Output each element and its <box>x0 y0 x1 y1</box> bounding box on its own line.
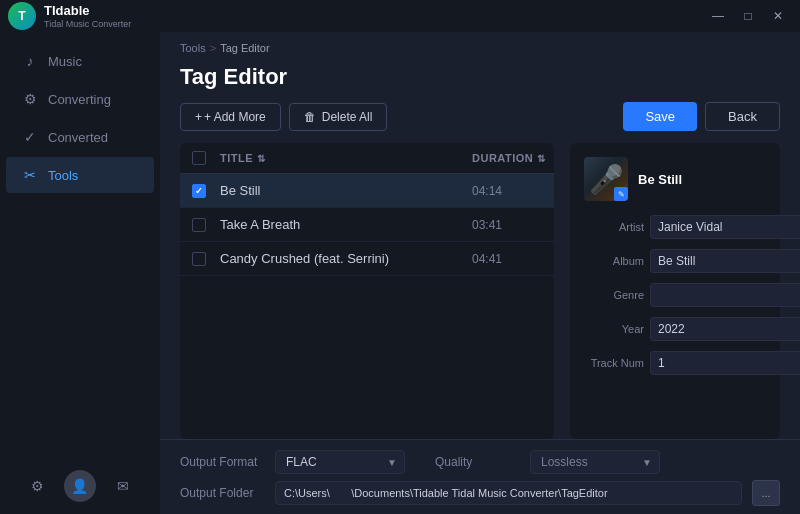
tag-field-genre: Genre <box>584 283 766 307</box>
album-art[interactable]: 🎤 ✎ <box>584 157 628 201</box>
output-folder-row: Output Folder ... <box>180 480 780 506</box>
app-name: TIdable <box>44 3 131 19</box>
avatar-button[interactable]: 👤 <box>64 470 96 502</box>
tag-editor-panel: 🎤 ✎ Be Still Artist Album Genre <box>570 143 780 439</box>
year-input[interactable] <box>650 317 800 341</box>
output-folder-input[interactable] <box>275 481 742 505</box>
track-duration: 04:14 <box>472 184 542 198</box>
header-title: TITLE ⇅ <box>220 152 472 164</box>
tag-field-tracknum: Track Num <box>584 351 766 375</box>
tracknum-input[interactable] <box>650 351 800 375</box>
track-duration: 04:41 <box>472 252 542 266</box>
title-bar: T TIdable Tidal Music Converter — □ ✕ <box>0 0 800 32</box>
year-label: Year <box>584 323 644 335</box>
converting-icon: ⚙ <box>22 91 38 107</box>
header-checkbox[interactable] <box>192 151 220 165</box>
music-icon: ♪ <box>22 53 38 69</box>
sidebar-item-converted[interactable]: ✓ Converted <box>6 119 154 155</box>
genre-label: Genre <box>584 289 644 301</box>
toolbar-right: Save Back <box>623 102 780 131</box>
sidebar-label-converted: Converted <box>48 130 108 145</box>
genre-input[interactable] <box>650 283 800 307</box>
quality-select[interactable]: Lossless HiFi Normal <box>530 450 660 474</box>
title-bar-controls: — □ ✕ <box>704 4 792 28</box>
selected-track-title: Be Still <box>638 172 682 187</box>
artist-label: Artist <box>584 221 644 233</box>
main-layout: ♪ Music ⚙ Converting ✓ Converted ✂ Tools… <box>0 32 800 514</box>
track-rows-container: Be Still04:14Take A Breath03:41Candy Cru… <box>180 174 554 276</box>
track-list-header: TITLE ⇅ DURATION ⇅ <box>180 143 554 174</box>
page-title: Tag Editor <box>180 64 780 90</box>
format-quality-row: Output Format FLAC MP3 AAC WAV ▼ Quality… <box>180 450 780 474</box>
track-row[interactable]: Take A Breath03:41 <box>180 208 554 242</box>
format-select[interactable]: FLAC MP3 AAC WAV <box>275 450 405 474</box>
back-button[interactable]: Back <box>705 102 780 131</box>
sidebar-bottom: ⚙ 👤 ✉ <box>0 458 160 514</box>
app-subtitle: Tidal Music Converter <box>44 19 131 29</box>
album-label: Album <box>584 255 644 267</box>
add-more-button[interactable]: + + Add More <box>180 103 281 131</box>
tag-field-album: Album <box>584 249 766 273</box>
breadcrumb-separator: > <box>210 42 216 54</box>
track-checkbox[interactable] <box>192 252 206 266</box>
sidebar-item-tools[interactable]: ✂ Tools <box>6 157 154 193</box>
bottom-bar: Output Format FLAC MP3 AAC WAV ▼ Quality… <box>160 439 800 514</box>
quality-label: Quality <box>435 455 520 469</box>
tracknum-label: Track Num <box>584 357 644 369</box>
tools-icon: ✂ <box>22 167 38 183</box>
mail-button[interactable]: ✉ <box>107 470 139 502</box>
track-title: Candy Crushed (feat. Serrini) <box>220 251 472 266</box>
art-edit-button[interactable]: ✎ <box>614 187 628 201</box>
duration-sort-icon[interactable]: ⇅ <box>537 153 546 164</box>
track-row[interactable]: Candy Crushed (feat. Serrini)04:41 <box>180 242 554 276</box>
page-header: Tag Editor <box>160 58 800 102</box>
app-logo: T <box>8 2 36 30</box>
sidebar: ♪ Music ⚙ Converting ✓ Converted ✂ Tools… <box>0 32 160 514</box>
trash-icon: 🗑 <box>304 110 316 124</box>
album-input[interactable] <box>650 249 800 273</box>
app-name-block: TIdable Tidal Music Converter <box>44 3 131 29</box>
content-body: TITLE ⇅ DURATION ⇅ Be Still04:14Take A B… <box>160 143 800 439</box>
sidebar-label-music: Music <box>48 54 82 69</box>
converted-icon: ✓ <box>22 129 38 145</box>
sidebar-label-tools: Tools <box>48 168 78 183</box>
toolbar: + + Add More 🗑 Delete All Save Back <box>160 102 800 143</box>
track-checkbox[interactable] <box>192 218 206 232</box>
browse-button[interactable]: ... <box>752 480 780 506</box>
title-bar-left: T TIdable Tidal Music Converter <box>0 2 131 30</box>
save-button[interactable]: Save <box>623 102 697 131</box>
track-title: Take A Breath <box>220 217 472 232</box>
title-sort-icon[interactable]: ⇅ <box>257 153 266 164</box>
content-area: Tools > Tag Editor Tag Editor + + Add Mo… <box>160 32 800 514</box>
track-list: TITLE ⇅ DURATION ⇅ Be Still04:14Take A B… <box>180 143 554 439</box>
breadcrumb: Tools > Tag Editor <box>160 32 800 58</box>
artist-input[interactable] <box>650 215 800 239</box>
breadcrumb-current: Tag Editor <box>220 42 270 54</box>
output-format-label: Output Format <box>180 455 265 469</box>
track-duration: 03:41 <box>472 218 542 232</box>
minimize-button[interactable]: — <box>704 4 732 28</box>
sidebar-item-music[interactable]: ♪ Music <box>6 43 154 79</box>
output-folder-label: Output Folder <box>180 486 265 500</box>
tag-panel-header: 🎤 ✎ Be Still <box>584 157 766 201</box>
sidebar-label-converting: Converting <box>48 92 111 107</box>
track-checkbox[interactable] <box>192 184 206 198</box>
delete-all-button[interactable]: 🗑 Delete All <box>289 103 388 131</box>
plus-icon: + <box>195 110 202 124</box>
header-duration: DURATION ⇅ <box>472 152 542 164</box>
track-row[interactable]: Be Still04:14 <box>180 174 554 208</box>
close-button[interactable]: ✕ <box>764 4 792 28</box>
maximize-button[interactable]: □ <box>734 4 762 28</box>
track-title: Be Still <box>220 183 472 198</box>
breadcrumb-parent: Tools <box>180 42 206 54</box>
settings-button[interactable]: ⚙ <box>21 470 53 502</box>
tag-field-year: Year <box>584 317 766 341</box>
tag-field-artist: Artist <box>584 215 766 239</box>
sidebar-item-converting[interactable]: ⚙ Converting <box>6 81 154 117</box>
quality-select-wrapper: Lossless HiFi Normal ▼ <box>530 450 660 474</box>
format-select-wrapper: FLAC MP3 AAC WAV ▼ <box>275 450 405 474</box>
